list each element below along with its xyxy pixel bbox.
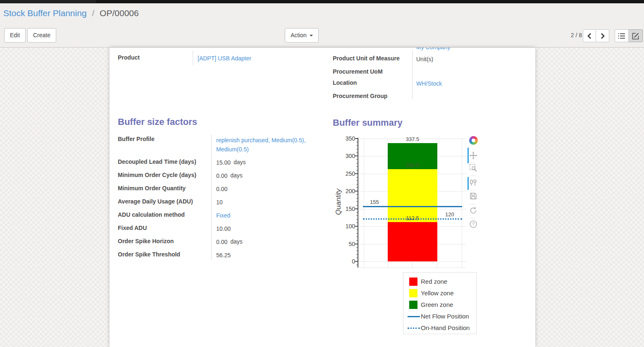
screen: Stock Buffer Planning / OP/00006 Edit Cr… [0,0,644,347]
y-minor-tick [356,265,358,265]
field-label: Decoupled Lead Time (days) [118,158,196,165]
field-label: Fixed ADU [118,225,147,231]
y-minor-tick [356,237,358,237]
bar-value-label: 112.5 [388,215,437,221]
on-hand-position-swatch [408,328,420,329]
control-panel: Stock Buffer Planning / OP/00006 Edit Cr… [0,3,644,48]
y-major-tick [355,226,358,227]
field-label: Buffer Profile [118,136,155,142]
y-minor-tick [356,230,358,230]
yellow-zone-bar-segment [388,169,437,222]
chart-legend: Red zoneYellow zoneGreen zoneNet Flow Po… [403,272,477,334]
field-value-link[interactable]: Fixed [216,212,230,219]
create-button[interactable]: Create [27,28,56,43]
reset-axes-icon[interactable] [469,206,478,215]
y-minor-tick [356,251,358,251]
y-tick-label: 350 [339,135,355,142]
y-major-tick [355,138,358,139]
v-gridline [364,139,364,268]
red-zone-swatch [409,278,417,286]
field-value-link[interactable]: [ADPT] USB Adapter [198,55,251,62]
h-gridline [359,261,466,262]
legend-item[interactable]: On-Hand Position [403,323,476,333]
green-zone-swatch [409,301,417,309]
toggle-hover-compare-icon[interactable] [469,178,478,187]
y-tick-label: 50 [339,241,355,247]
field-value-link[interactable]: WH/Stock [416,80,442,87]
form-edit-icon [632,32,639,40]
form-sheet: My Company Product[ADPT] USB Adapter Pro… [110,48,535,347]
y-minor-tick [356,166,358,167]
pager-previous-button[interactable] [583,29,596,42]
clipped-company-link[interactable]: My Company [416,48,450,50]
y-axis-line [358,138,358,268]
y-major-tick [355,173,358,174]
y-minor-tick [356,180,358,181]
chevron-right-icon [600,33,605,39]
field-value-link[interactable]: replenish purchased, Medium(0.5), Medium… [216,136,320,154]
legend-label: On-Hand Position [421,324,470,331]
field-label: Procurement UoM [333,68,383,75]
modebar-separator [470,204,475,205]
yellow-zone-swatch [409,289,417,297]
field-label: Average Daily Usage (ADU) [118,198,193,205]
pager-count: 2 / 8 [563,28,582,43]
buffer-size-factors-title: Buffer size factors [118,117,197,127]
field-label: Minimum Order Cycle (days) [118,172,196,178]
legend-item[interactable]: Red zone [403,277,476,286]
main-area: My Company Product[ADPT] USB Adapter Pro… [0,48,644,347]
field-value: 56.25 [216,252,231,258]
field-label: Minimum Order Quantity [118,185,186,191]
legend-item[interactable]: Yellow zone [403,289,476,298]
y-tick-label: 300 [339,153,355,159]
modebar-separator [470,191,475,191]
field-label: Product Unit of Measure [333,55,400,62]
y-major-tick [355,261,358,262]
field-label: Order Spike Horizon [118,238,174,244]
y-minor-tick [356,170,358,170]
pager-next-button[interactable] [596,29,609,42]
y-minor-tick [356,258,358,258]
field-value: 0.00 [216,186,227,192]
y-tick-label: 0 [339,258,355,265]
top-black-bar [0,0,644,3]
box-zoom-icon[interactable] [469,163,478,172]
save-icon[interactable] [469,191,478,201]
form-view-button[interactable] [629,29,643,42]
breadcrumb-current: OP/00006 [100,8,139,18]
pan-icon[interactable] [469,151,478,160]
net-flow-position-line [363,206,462,207]
field-value: 10 [216,199,223,206]
legend-item[interactable]: Net Flow Position [403,312,476,321]
y-minor-tick [356,212,358,213]
plotly-logo-icon[interactable] [469,136,478,145]
column-separator [193,50,193,65]
bar-value-label: 337.5 [388,136,437,142]
net-flow-position-swatch [408,316,420,317]
y-axis-title: Quantity [334,171,343,233]
help-icon[interactable]: ? [469,220,478,229]
field-value: 15.00days [216,159,246,166]
svg-text:?: ? [472,222,475,227]
column-separator [412,50,413,99]
on-hand-position-line [363,218,462,220]
legend-label: Yellow zone [421,290,454,297]
list-view-button[interactable] [615,29,629,42]
edit-button[interactable]: Edit [4,28,26,43]
field-label: Order Spike Threshold [118,251,180,258]
breadcrumb-parent-link[interactable]: Stock Buffer Planning [3,8,87,18]
y-minor-tick [356,240,358,241]
action-dropdown-button[interactable]: Action [285,28,319,43]
y-major-tick [355,208,358,209]
plot-bottom-edge [359,268,466,268]
y-minor-tick [356,194,358,195]
buffer-summary-chart: ? 050100150200250300350337.5262.5112.515… [335,134,484,271]
line-value-label: 120 [445,211,454,218]
v-gridline [462,139,462,268]
legend-item[interactable]: Green zone [403,300,476,309]
y-minor-tick [356,198,358,199]
y-minor-tick [356,201,358,202]
view-switcher [615,29,643,42]
field-value: Unit(s) [416,56,433,62]
y-minor-tick [356,219,358,220]
